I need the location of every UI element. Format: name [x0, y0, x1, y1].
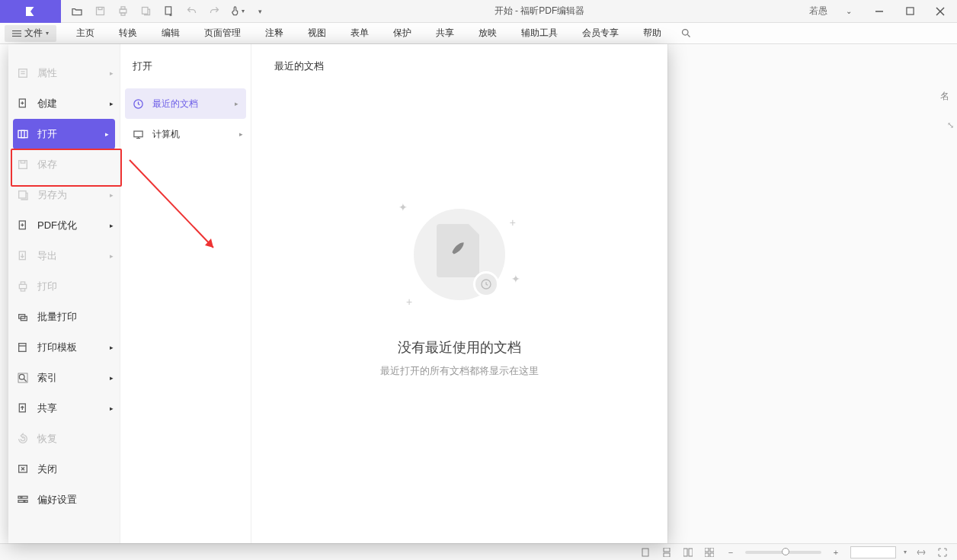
menu-share[interactable]: 共享▸ [8, 393, 120, 424]
svg-rect-54 [642, 549, 648, 556]
tab-convert[interactable]: 转换 [107, 23, 149, 44]
open-icon[interactable] [67, 2, 87, 21]
menu-preferences[interactable]: 偏好设置 [8, 485, 120, 515]
zoom-out-icon[interactable]: − [724, 546, 738, 558]
tab-protect[interactable]: 保护 [381, 23, 424, 44]
prefs-icon [16, 493, 30, 507]
svg-rect-60 [710, 548, 714, 552]
menu-batch-print[interactable]: 批量打印 [8, 302, 120, 332]
svg-rect-62 [710, 553, 714, 557]
menu-label: 恢复 [37, 432, 57, 446]
snapshot-icon[interactable] [136, 2, 155, 21]
menu-print-template[interactable]: 打印模板▸ [8, 332, 120, 363]
file-tab-label: 文件 [24, 27, 43, 40]
print-icon[interactable] [113, 2, 133, 21]
chevron-right-icon: ▸ [235, 100, 238, 107]
svg-rect-56 [664, 553, 670, 557]
svg-rect-1 [98, 8, 102, 10]
menu-label: 保存 [37, 158, 57, 171]
svg-rect-3 [121, 7, 125, 9]
menu-label: 打印 [37, 280, 57, 293]
tab-share[interactable]: 共享 [424, 23, 466, 44]
minimize-icon[interactable] [866, 1, 893, 22]
tab-member[interactable]: 会员专享 [570, 23, 631, 44]
tab-edit[interactable]: 编辑 [149, 23, 192, 44]
tab-help[interactable]: 帮助 [631, 23, 674, 44]
menu-export: 导出▸ [8, 241, 120, 271]
menu-label: 属性 [37, 66, 57, 80]
svg-rect-58 [689, 549, 693, 556]
tab-present[interactable]: 放映 [466, 23, 509, 44]
svg-point-45 [21, 497, 22, 498]
share-icon [16, 402, 30, 415]
svg-rect-30 [21, 282, 24, 284]
open-submenu-title: 打开 [120, 59, 251, 73]
svg-rect-5 [142, 8, 148, 14]
new-icon[interactable] [158, 2, 178, 21]
menu-saveas: 另存为▸ [8, 180, 120, 210]
view-continuous-icon[interactable] [660, 546, 674, 558]
tab-view[interactable]: 视图 [296, 23, 338, 44]
svg-rect-44 [18, 501, 27, 503]
svg-rect-59 [705, 548, 709, 552]
empty-state: ✦ + + ✦ 没有最近使用的文档 最近打开的所有文档都将显示在这里 [274, 43, 645, 528]
maximize-icon[interactable] [896, 1, 923, 22]
tab-page[interactable]: 页面管理 [192, 23, 253, 44]
fullscreen-icon[interactable] [936, 546, 949, 558]
touch-icon[interactable]: ▾ [227, 2, 247, 21]
menu-label: 另存为 [37, 188, 67, 202]
zoom-slider[interactable] [745, 551, 821, 554]
background-panel: 名 ⤡ [667, 44, 957, 543]
menu-label: PDF优化 [37, 219, 77, 232]
batch-print-icon [16, 310, 30, 324]
fit-width-icon[interactable] [914, 546, 928, 558]
svg-rect-6 [165, 7, 171, 14]
view-facing-cont-icon[interactable] [703, 546, 716, 558]
qat-more-icon[interactable]: ▾ [250, 2, 270, 21]
submenu-label: 最近的文档 [152, 98, 198, 110]
zoom-input[interactable] [850, 546, 896, 558]
svg-rect-34 [19, 344, 26, 352]
menu-restore: 恢复 [8, 424, 120, 454]
save-icon[interactable] [90, 2, 110, 21]
menu-index[interactable]: 索引▸ [8, 363, 120, 393]
svg-rect-26 [19, 191, 26, 198]
svg-rect-0 [96, 8, 104, 15]
statusbar: − + ▾ [0, 543, 957, 560]
chevron-right-icon: ▸ [239, 130, 243, 138]
empty-subtext: 最近打开的所有文档都将显示在这里 [380, 364, 539, 378]
tab-home[interactable]: 主页 [64, 23, 107, 44]
svg-rect-57 [683, 549, 687, 556]
quick-access-toolbar: ▾ ▾ [67, 2, 270, 21]
tab-form[interactable]: 表单 [338, 23, 381, 44]
tab-tools[interactable]: 辅助工具 [509, 23, 570, 44]
chevron-right-icon: ▸ [110, 69, 114, 77]
svg-point-46 [24, 501, 25, 502]
export-icon [16, 249, 30, 263]
redo-icon[interactable] [204, 2, 224, 21]
view-facing-icon[interactable] [681, 546, 695, 558]
close-icon[interactable] [927, 1, 954, 22]
open-icon [16, 127, 30, 141]
undo-icon[interactable] [181, 2, 201, 21]
search-icon[interactable] [674, 27, 698, 39]
open-computer[interactable]: 计算机 ▸ [120, 119, 251, 149]
svg-point-36 [19, 374, 24, 379]
app-logo [0, 0, 61, 23]
menu-create[interactable]: 创建▸ [8, 88, 120, 119]
user-dropdown-icon[interactable]: ⌄ [835, 1, 863, 22]
menu-open[interactable]: 打开▸ [13, 119, 115, 149]
index-icon [16, 371, 30, 385]
menu-close[interactable]: 关闭 [8, 454, 120, 485]
view-single-icon[interactable] [639, 546, 652, 558]
print-icon [16, 280, 30, 293]
menu-optimize[interactable]: PDF优化▸ [8, 210, 120, 241]
zoom-in-icon[interactable]: + [829, 546, 843, 558]
menu-properties: 属性▸ [8, 58, 120, 88]
tab-annotate[interactable]: 注释 [253, 23, 296, 44]
print-template-icon [16, 341, 30, 354]
open-recent[interactable]: 最近的文档 ▸ [125, 88, 246, 119]
svg-rect-8 [906, 8, 913, 14]
user-name[interactable]: 若愚 [809, 5, 827, 18]
file-tab[interactable]: 文件 ▾ [5, 25, 56, 42]
